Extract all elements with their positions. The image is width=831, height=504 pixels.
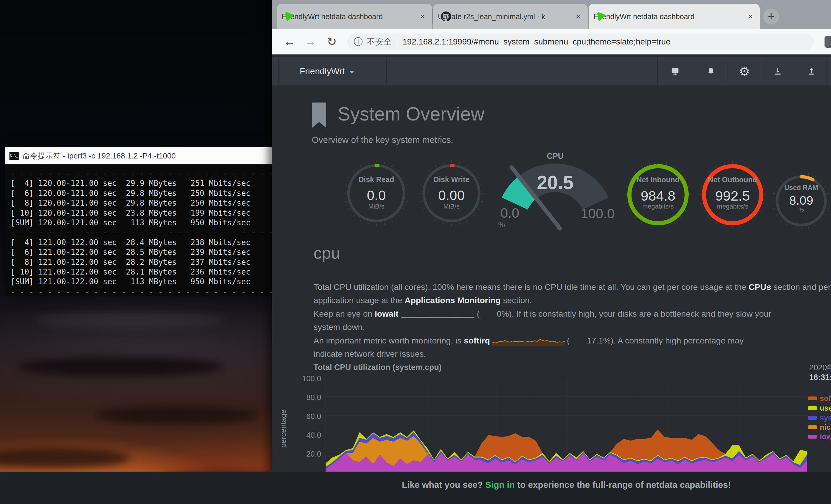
upload-icon xyxy=(807,67,816,76)
gauge-value: 8.09 xyxy=(789,194,813,208)
host-name: FriendlyWrt xyxy=(300,66,345,76)
legend-swatch xyxy=(808,416,817,420)
security-label: 不安全 xyxy=(367,36,392,48)
forward-button[interactable]: → xyxy=(302,29,319,55)
address-bar[interactable]: ⓘ 不安全 192.168.2.1:19999/#menu_system_sub… xyxy=(347,34,814,50)
page-subtitle: Overview of the key system metrics. xyxy=(312,135,453,145)
help-paragraph-line: indicate network driver issues. xyxy=(314,349,426,359)
browser-toolbar: ← → ↻ ⓘ 不安全 192.168.2.1:19999/#menu_syst… xyxy=(272,29,831,55)
legend-item-user[interactable]: user xyxy=(808,404,831,412)
chevron-down-icon xyxy=(349,71,354,73)
terminal-line: [SUM] 120.00-121.00 sec 113 MBytes 950 M… xyxy=(10,218,272,228)
gauge-unit: MiB/s xyxy=(443,203,460,210)
help-text: system down. xyxy=(314,322,365,332)
legend-item-system[interactable]: system xyxy=(808,414,831,422)
help-text: Keep an eye on xyxy=(314,309,375,319)
help-text: Total CPU utilization (all cores). 100% … xyxy=(314,282,748,292)
y-tick: 20.0 xyxy=(300,449,321,458)
help-paragraph-line: Keep an eye on iowait(0%). If it is cons… xyxy=(314,309,771,319)
import-snapshot-button[interactable] xyxy=(761,57,795,85)
sign-in-link[interactable]: Sign in xyxy=(485,480,515,490)
settings-button[interactable]: ⚙ xyxy=(727,57,761,85)
tab-netdata-2-active[interactable]: FriendlyWrt netdata dashboard × xyxy=(589,4,760,29)
tab-close-icon[interactable]: × xyxy=(416,11,429,22)
wallpaper-cloud xyxy=(94,407,259,424)
legend-label: iowait xyxy=(820,433,831,441)
github-logo-icon xyxy=(441,11,451,22)
chart-date: 2020年3 xyxy=(809,362,831,373)
gauge-title: Disk Write xyxy=(433,175,469,184)
desktop: C:\_ 命令提示符 - iperf3 -c 192.168.1.2 -P4 -… xyxy=(0,0,831,504)
host-selector[interactable]: FriendlyWrt xyxy=(300,57,354,85)
help-text: 17.1%). A constantly high percentage may xyxy=(587,336,743,345)
site-info-icon[interactable]: ⓘ xyxy=(354,36,363,48)
tab-label: FriendlyWrt netdata dashboard xyxy=(282,12,416,21)
tab-github[interactable]: Update r2s_lean_minimal.yml · k × xyxy=(433,4,588,29)
tab-close-icon[interactable]: × xyxy=(744,11,757,22)
help-text: section. xyxy=(501,295,532,305)
netdata-navbar: FriendlyWrt xyxy=(272,57,831,85)
reload-button[interactable]: ↻ xyxy=(323,29,340,55)
help-paragraph-line: Total CPU utilization (all cores). 100% … xyxy=(314,282,831,292)
cpu-gauge[interactable] xyxy=(493,149,617,240)
gauge-value: 0.0 xyxy=(367,187,386,203)
chart-time: 16:31:2 xyxy=(809,373,831,382)
browser-profile-sliver[interactable] xyxy=(825,36,831,48)
terminal-window: C:\_ 命令提示符 - iperf3 -c 192.168.1.2 -P4 -… xyxy=(5,147,272,291)
tab-strip: FriendlyWrt netdata dashboard × Update r… xyxy=(272,0,831,29)
terminal-line: [ 6] 120.00-121.00 sec 29.8 MBytes 250 M… xyxy=(10,188,272,198)
url-text[interactable]: 192.168.2.1:19999/#menu_system_submenu_c… xyxy=(403,37,670,47)
legend-item-nice[interactable]: nice xyxy=(808,423,831,431)
legend-item-iowait[interactable]: iowait xyxy=(808,433,831,441)
terminal-title-bar[interactable]: C:\_ 命令提示符 - iperf3 -c 192.168.1.2 -P4 -… xyxy=(5,147,272,165)
bookmark-icon xyxy=(312,102,326,128)
terminal-line: [ 10] 120.00-121.00 sec 23.8 MBytes 199 … xyxy=(10,208,272,218)
help-paragraph-line: application usage at the Applications Mo… xyxy=(314,295,532,305)
terminal-line: [ 6] 121.00-122.00 sec 28.5 MBytes 239 M… xyxy=(10,247,272,257)
navbar-divider xyxy=(279,57,279,85)
applications-monitoring-link: Applications Monitoring xyxy=(405,295,501,305)
gauge-value: 0.00 xyxy=(438,187,465,203)
download-icon xyxy=(774,67,782,76)
wallpaper-cloud xyxy=(35,312,224,328)
y-tick: 60.0 xyxy=(300,412,321,421)
y-tick: 40.0 xyxy=(300,431,321,440)
tab-divider xyxy=(432,9,433,24)
y-tick: 100.0 xyxy=(300,374,321,383)
gauge-title: Net Outbound xyxy=(708,176,757,184)
help-paragraph-line: system down. xyxy=(314,322,365,332)
omnibox-divider xyxy=(397,37,397,47)
tab-label: FriendlyWrt netdata dashboard xyxy=(594,12,744,21)
tab-netdata-1[interactable]: FriendlyWrt netdata dashboard × xyxy=(277,4,432,29)
netdata-logo-icon xyxy=(596,12,605,21)
signin-text-suffix: to experience the full-range of netdata … xyxy=(515,480,731,490)
navbar-divider xyxy=(386,57,386,85)
nodes-view-button[interactable] xyxy=(658,57,692,85)
gauge-title: Disk Read xyxy=(359,175,394,184)
help-paragraph-line: An important metric worth monitoring, is… xyxy=(314,336,744,347)
section-title-cpu: cpu xyxy=(314,243,340,263)
terminal-line: [ 10] 121.00-122.00 sec 28.1 MBytes 236 … xyxy=(10,267,272,277)
terminal-line: [ 8] 121.00-122.00 sec 28.2 MBytes 237 M… xyxy=(10,258,272,267)
export-snapshot-button[interactable] xyxy=(795,57,828,85)
cpus-link: CPUs xyxy=(748,282,771,292)
terminal-title: 命令提示符 - iperf3 -c 192.168.1.2 -P4 -t1000 xyxy=(22,151,176,161)
softirq-label: softirq xyxy=(464,336,490,345)
help-text: ( xyxy=(477,309,480,319)
legend-item-softirq[interactable]: softirq xyxy=(808,394,831,403)
navbar-divider xyxy=(827,57,828,85)
iowait-sparkline[interactable] xyxy=(401,310,475,319)
alarms-button[interactable] xyxy=(694,57,727,85)
terminal-line: [ 8] 120.00-121.00 sec 29.8 MBytes 250 M… xyxy=(10,198,272,208)
legend-swatch xyxy=(808,435,817,439)
tab-close-icon[interactable]: × xyxy=(572,11,585,22)
cpu-utilization-chart[interactable] xyxy=(326,378,807,472)
softirq-sparkline[interactable] xyxy=(492,336,565,347)
y-tick: 80.0 xyxy=(300,393,321,402)
wallpaper-cloud xyxy=(0,448,130,468)
back-button[interactable]: ← xyxy=(281,29,297,55)
tab-label: Update r2s_lean_minimal.yml · k xyxy=(438,12,572,21)
terminal-output[interactable]: - - - - - - - - - - - - - - - - - - - - … xyxy=(5,165,272,296)
new-tab-button[interactable]: + xyxy=(763,8,779,25)
gear-icon: ⚙ xyxy=(739,64,750,79)
